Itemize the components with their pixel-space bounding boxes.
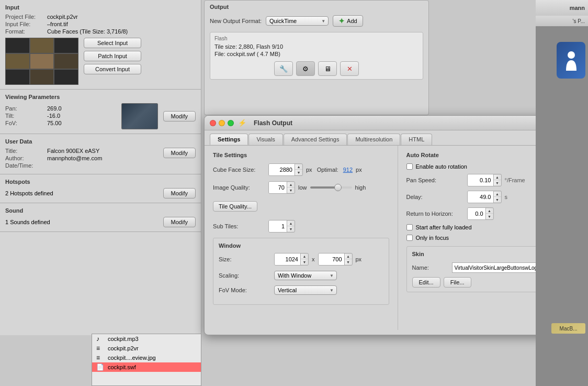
- flash-delete-tool[interactable]: ✕: [340, 61, 359, 76]
- add-output-button[interactable]: ✦ Add: [333, 15, 363, 27]
- return-horizon-stepper: ▲ ▼: [467, 207, 494, 220]
- sound-section: Sound 1 Sounds defined Modify: [0, 203, 201, 232]
- patch-input-button[interactable]: Patch Input: [84, 51, 141, 61]
- output-title: Output: [205, 1, 428, 13]
- cube-face-input[interactable]: [269, 164, 295, 175]
- tab-visuals[interactable]: Visuals: [248, 134, 282, 145]
- pan-speed-up[interactable]: ▲: [494, 175, 501, 180]
- fov-mode-select[interactable]: Vertical Horizontal: [274, 285, 337, 295]
- height-down[interactable]: ▼: [345, 259, 352, 264]
- tile-quality-button[interactable]: Tile Quality...: [213, 201, 257, 212]
- flash-gear-tool[interactable]: ⚙: [296, 61, 315, 76]
- pan-speed-input[interactable]: [468, 174, 494, 186]
- flash-title: Flash: [214, 36, 419, 41]
- quality-high-label: high: [355, 184, 366, 191]
- quality-slider[interactable]: [310, 186, 352, 189]
- mp3-name: cockpit.mp3: [108, 336, 139, 342]
- jpg-name: cockpit....eview.jpg: [108, 355, 156, 361]
- flash-box: Flash Tile size: 2,880, Flash 9/10 File:…: [210, 32, 423, 80]
- pan-speed-stepper: ▲ ▼: [467, 174, 502, 186]
- cube-face-up[interactable]: ▲: [295, 164, 302, 170]
- output-format-select[interactable]: QuickTime: [266, 16, 329, 26]
- sound-row: 1 Sounds defined Modify: [5, 217, 196, 227]
- return-horizon-down[interactable]: ▼: [486, 214, 493, 219]
- delay-label: Delay:: [406, 194, 464, 200]
- delay-stepper: ▲ ▼: [467, 191, 502, 203]
- file-item-p2vr[interactable]: ≡ cockpit.p2vr: [92, 344, 201, 353]
- quality-low-label: low: [298, 184, 307, 191]
- user-data-section: User Data Title: Falcon 900EX eASY Autho…: [0, 134, 201, 174]
- hotspots-modify-button[interactable]: Modify: [163, 188, 196, 198]
- viewing-params-section: Viewing Parameters Pan: 269.0 Tilt: -16.…: [0, 90, 201, 134]
- file-item-swf[interactable]: 📄 cockpit.swf: [92, 362, 201, 372]
- delay-up[interactable]: ▲: [494, 192, 501, 197]
- width-input[interactable]: [275, 253, 301, 265]
- select-input-button[interactable]: Select Input: [84, 38, 141, 48]
- image-quality-arrows: ▲ ▼: [287, 182, 295, 193]
- jpg-icon: ≡: [96, 354, 105, 361]
- close-button[interactable]: [210, 120, 216, 126]
- hotspots-description: 2 Hotspots defined: [5, 190, 53, 196]
- height-up[interactable]: ▲: [345, 254, 352, 259]
- scaling-select[interactable]: With Window Fixed: [274, 271, 337, 280]
- flash-dialog: ⚡ Flash Output Settings Visuals Advanced…: [204, 115, 588, 335]
- scaling-select-wrapper: With Window Fixed: [274, 271, 337, 280]
- viewing-fields: Pan: 269.0 Tilt: -16.0 FoV: 75.00: [5, 105, 116, 127]
- return-horizon-up[interactable]: ▲: [486, 208, 493, 214]
- cube-face-arrows: ▲ ▼: [295, 164, 302, 175]
- dock-person-icon[interactable]: [557, 42, 585, 79]
- fov-mode-label: FoV Mode:: [219, 287, 271, 293]
- delay-down[interactable]: ▼: [494, 197, 501, 202]
- width-down[interactable]: ▼: [301, 259, 308, 264]
- datetime-row: Date/Time:: [5, 162, 102, 169]
- fov-mode-row: FoV Mode: Vertical Horizontal: [219, 285, 383, 295]
- pan-speed-down[interactable]: ▼: [494, 180, 501, 185]
- user-data-modify-button[interactable]: Modify: [163, 148, 196, 158]
- pan-speed-arrows: ▲ ▼: [494, 175, 501, 185]
- start-loaded-label: Start after fully loaded: [416, 224, 472, 230]
- sub-tiles-row: Sub Tiles: ▲ ▼: [213, 220, 389, 233]
- dialog-title: Flash Output: [254, 119, 292, 127]
- minimize-button[interactable]: [219, 120, 225, 126]
- flash-monitor-tool[interactable]: 🖥: [318, 61, 337, 76]
- skin-file-button[interactable]: File...: [444, 277, 471, 288]
- flash-settings-tool[interactable]: 🔧: [274, 61, 293, 76]
- image-quality-up[interactable]: ▲: [287, 182, 295, 188]
- width-up[interactable]: ▲: [301, 254, 308, 259]
- only-focus-label: Only in focus: [416, 235, 449, 241]
- tab-settings[interactable]: Settings: [210, 134, 248, 145]
- only-focus-checkbox[interactable]: [406, 235, 413, 241]
- maximize-button[interactable]: [228, 120, 234, 126]
- sub-tiles-up[interactable]: ▲: [287, 221, 295, 226]
- height-arrows: ▲ ▼: [345, 254, 352, 264]
- return-horizon-input[interactable]: [468, 208, 486, 219]
- file-item-mp3[interactable]: ♪ cockpit.mp3: [92, 334, 201, 344]
- desktop-bg: mann 's P... MacB...: [536, 0, 588, 386]
- tab-multiresolution[interactable]: Multiresolution: [347, 134, 400, 145]
- tab-advanced[interactable]: Advanced Settings: [284, 134, 347, 145]
- enable-auto-rotate-checkbox[interactable]: [406, 163, 413, 170]
- return-horizon-label: Return to Horizon:: [406, 211, 464, 217]
- pan-label: Pan:: [5, 105, 47, 112]
- swf-name: cockpit.swf: [108, 364, 136, 370]
- image-quality-input[interactable]: [269, 182, 287, 193]
- convert-input-button[interactable]: Convert Input: [84, 64, 141, 74]
- tab-html[interactable]: HTML: [401, 134, 432, 145]
- delay-input[interactable]: [468, 191, 494, 203]
- cube-face-down[interactable]: ▼: [295, 170, 302, 175]
- viewing-modify-button[interactable]: Modify: [163, 111, 196, 122]
- sub-tiles-down[interactable]: ▼: [287, 226, 295, 231]
- optimal-value[interactable]: 912: [343, 167, 353, 173]
- desktop-title-1: mann: [570, 5, 585, 11]
- add-icon: ✦: [338, 17, 345, 25]
- sub-tiles-input[interactable]: [269, 220, 287, 232]
- start-loaded-checkbox[interactable]: [406, 224, 413, 230]
- delay-arrows: ▲ ▼: [494, 192, 501, 202]
- viewing-params-title: Viewing Parameters: [5, 94, 196, 100]
- image-quality-down[interactable]: ▼: [287, 188, 295, 193]
- file-item-jpg[interactable]: ≡ cockpit....eview.jpg: [92, 353, 201, 362]
- skin-edit-button[interactable]: Edit...: [412, 277, 440, 288]
- desktop-title-bar: mann: [536, 0, 588, 16]
- sound-modify-button[interactable]: Modify: [163, 217, 196, 227]
- height-input[interactable]: [319, 253, 345, 265]
